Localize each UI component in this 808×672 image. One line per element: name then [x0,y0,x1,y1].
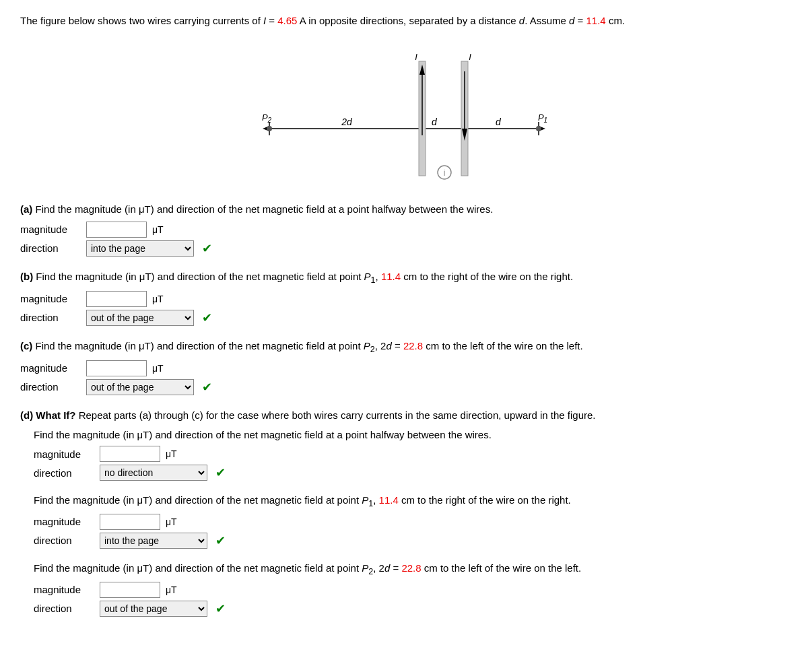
direction-label-a: direction [20,242,81,254]
direction-select-a[interactable]: into the page out of the page no directi… [86,240,194,257]
check-icon-d1: ✔ [215,465,226,480]
magnitude-input-d3[interactable] [100,582,160,598]
part-c: (c) Find the magnitude (in μT) and direc… [20,338,788,395]
direction-label-b: direction [20,312,81,323]
part-d: (d) What If? Repeat parts (a) through (c… [20,407,788,617]
svg-text:I: I [469,52,471,62]
magnitude-label-b: magnitude [20,293,81,304]
direction-select-d3[interactable]: into the page out of the page no directi… [100,601,207,617]
svg-text:i: i [444,168,446,178]
part-c-label: (c) Find the magnitude (in μT) and direc… [20,338,788,356]
part-d3: Find the magnitude (in μT) and direction… [34,561,788,617]
unit-d3: μT [166,584,177,595]
unit-a: μT [152,224,164,235]
svg-text:2d: 2d [341,116,353,127]
check-icon-b: ✔ [202,310,212,325]
part-b-magnitude-row: magnitude μT [20,291,788,307]
magnitude-label-a: magnitude [20,224,81,235]
svg-point-20 [536,126,541,131]
dist-d2: 11.4 [379,494,399,506]
magnitude-input-b[interactable] [86,291,147,307]
direction-select-b[interactable]: into the page out of the page no directi… [86,310,194,326]
svg-text:I: I [415,52,417,62]
direction-select-c[interactable]: into the page out of the page no directi… [86,379,194,395]
svg-text:P1: P1 [538,112,547,124]
part-b: (b) Find the magnitude (in μT) and direc… [20,269,788,326]
part-a-label: (a) Find the magnitude (in μT) and direc… [20,201,788,217]
direction-label-c: direction [20,381,81,393]
magnitude-label-d2: magnitude [34,516,94,527]
magnitude-input-c[interactable] [86,360,147,376]
check-icon-d3: ✔ [215,601,226,616]
direction-label-d3: direction [34,603,94,614]
direction-label-d1: direction [34,467,94,479]
magnitude-input-d2[interactable] [100,514,160,530]
part-a-magnitude-row: magnitude μT [20,222,788,238]
magnitude-label-d3: magnitude [34,584,94,595]
d-value: 11.4 [586,15,606,26]
dist-b: 11.4 [381,271,401,282]
magnitude-input-d1[interactable] [100,446,160,462]
part-d1-direction-row: direction into the page out of the page … [34,465,788,481]
svg-point-18 [267,126,272,131]
magnitude-label-d1: magnitude [34,448,94,460]
part-d1: Find the magnitude (in μT) and direction… [34,428,788,481]
check-icon-c: ✔ [202,380,212,395]
unit-d1: μT [166,448,177,459]
part-d-label: (d) What If? Repeat parts (a) through (c… [20,407,788,424]
intro-text: The figure below shows two wires carryin… [20,13,788,29]
part-c-magnitude-row: magnitude μT [20,360,788,376]
unit-c: μT [152,363,164,374]
part-d3-direction-row: direction into the page out of the page … [34,601,788,617]
part-d1-text: Find the magnitude (in μT) and direction… [34,428,788,443]
unit-d2: μT [166,516,177,527]
direction-label-d2: direction [34,535,94,546]
part-d2: Find the magnitude (in μT) and direction… [34,493,788,549]
dist-c: 22.8 [403,340,423,351]
check-icon-d2: ✔ [215,533,226,548]
direction-select-d1[interactable]: into the page out of the page no directi… [100,465,207,481]
svg-text:P2: P2 [262,112,272,124]
part-c-direction-row: direction into the page out of the page … [20,379,788,395]
part-b-direction-row: direction into the page out of the page … [20,310,788,326]
svg-text:d: d [496,116,502,127]
check-icon-a: ✔ [202,241,212,256]
part-d3-text: Find the magnitude (in μT) and direction… [34,561,788,578]
direction-select-d2[interactable]: into the page out of the page no directi… [100,533,207,549]
part-d1-magnitude-row: magnitude μT [34,446,788,462]
part-d3-magnitude-row: magnitude μT [34,582,788,598]
part-d2-direction-row: direction into the page out of the page … [34,533,788,549]
part-a: (a) Find the magnitude (in μT) and direc… [20,201,788,257]
part-b-label: (b) Find the magnitude (in μT) and direc… [20,269,788,287]
I-value: 4.65 [277,15,297,26]
dist-d3: 22.8 [401,562,421,574]
part-a-direction-row: direction into the page out of the page … [20,240,788,257]
part-d2-text: Find the magnitude (in μT) and direction… [34,493,788,510]
svg-text:d: d [432,116,438,127]
unit-b: μT [152,294,164,304]
magnitude-label-c: magnitude [20,362,81,374]
part-d2-magnitude-row: magnitude μT [34,514,788,530]
magnitude-input-a[interactable] [86,222,147,238]
figure: 2d d d I I P2 P1 i [20,41,788,189]
